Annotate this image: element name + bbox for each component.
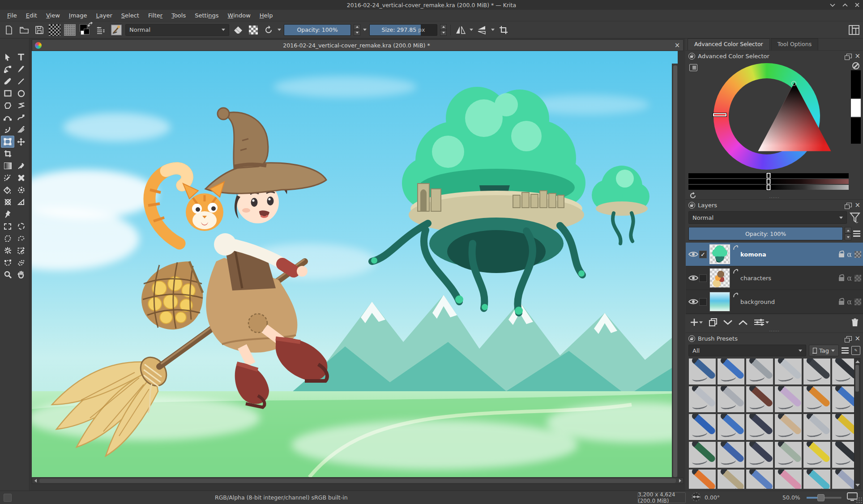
crop-tool[interactable] [1,148,14,160]
menu-tools[interactable]: Tools [167,11,190,20]
menu-image[interactable]: Image [64,11,92,20]
contiguous-select-tool[interactable] [14,244,28,256]
close-docker-icon[interactable]: × [854,53,860,60]
tag-button[interactable]: Tag [809,345,839,356]
rect-select-tool[interactable] [1,220,14,232]
color-sampler-tool[interactable] [14,160,28,172]
freehand-select-tool[interactable] [14,232,28,244]
layer-thumbnail[interactable] [709,244,730,264]
chevron-down-icon[interactable] [491,29,495,31]
no-color-icon[interactable] [852,62,859,69]
polygon-tool[interactable] [1,99,14,111]
layer-row-komona[interactable]: ✓ komona α [686,243,863,266]
close-docker-icon[interactable]: × [854,335,860,342]
alpha-lock-icon[interactable]: α [847,274,852,282]
assistants-tool[interactable] [1,196,14,208]
wrap-around-mode-icon[interactable] [497,24,510,36]
gradient-chooser-button[interactable] [48,24,61,36]
move-tool[interactable] [14,136,28,148]
opacity-spinner[interactable] [354,24,360,36]
chevron-down-icon[interactable] [470,29,473,31]
layer-properties-button[interactable] [754,319,769,326]
reference-images-tool[interactable] [1,208,14,220]
chevron-down-icon[interactable] [363,29,367,31]
color-history-swatch[interactable] [851,99,861,117]
freehand-brush-tool[interactable] [1,75,14,87]
menu-filter[interactable]: Filter [144,11,167,20]
layer-options-menu-icon[interactable] [853,231,860,237]
brush-editor-button[interactable] [95,24,107,36]
layer-visibility-icon[interactable] [688,251,699,257]
mirror-vertical-icon[interactable] [476,24,488,36]
subwindow-close-icon[interactable]: × [671,41,683,49]
menu-layer[interactable]: Layer [92,11,117,20]
tab-tool-options[interactable]: Tool Options [771,38,818,50]
float-docker-icon[interactable] [846,336,852,341]
layer-row-background[interactable]: background α [686,290,863,314]
layer-thumbnail[interactable] [709,268,730,288]
layer-checkbox[interactable] [699,274,707,282]
ellipse-tool[interactable] [14,87,28,99]
text-tool[interactable] [14,51,28,63]
menu-help[interactable]: Help [255,11,278,20]
polygon-select-tool[interactable] [1,232,14,244]
transform-tool[interactable] [1,136,14,148]
brush-preset-10[interactable] [803,386,831,413]
minimize-icon[interactable] [830,3,835,7]
color-history-swatch[interactable] [851,70,861,98]
zoom-tool[interactable] [1,269,14,281]
brush-preset-12[interactable] [688,414,716,440]
brush-preset-22[interactable] [803,441,831,468]
menu-edit[interactable]: Edit [21,11,42,20]
canvas-vertical-scrollbar[interactable] [672,64,678,477]
maximize-icon[interactable] [842,3,848,7]
sv-triangle[interactable] [756,81,833,153]
layer-lock-icon[interactable] [839,277,844,281]
preserve-alpha-button[interactable] [247,24,260,36]
zoom-value[interactable]: 50.0% [782,494,800,501]
display-mode-icon[interactable] [842,347,849,354]
preset-detail-icon[interactable]: ✎ [851,346,860,355]
advanced-color-selector[interactable]: ······ [686,61,863,199]
measure-tool[interactable] [14,196,28,208]
docker-lock-icon[interactable] [688,335,695,342]
brush-preset-21[interactable] [774,441,802,468]
layer-lock-icon[interactable] [839,301,844,305]
docker-lock-icon[interactable] [688,53,695,60]
ellipse-select-tool[interactable] [14,220,28,232]
edit-shapes-tool[interactable] [1,63,14,75]
close-icon[interactable] [855,3,859,7]
brush-preset-6[interactable] [688,386,716,413]
bezier-curve-tool[interactable] [1,111,14,124]
menu-window[interactable]: Window [223,11,255,20]
float-docker-icon[interactable] [846,54,852,58]
layer-row-characters[interactable]: characters α [686,266,863,290]
brush-preset-18[interactable] [688,441,716,468]
colorize-mask-tool[interactable] [1,172,14,184]
fg-bg-color-swatches[interactable] [79,23,92,37]
save-button[interactable] [33,24,46,36]
brush-preset-28[interactable] [803,469,831,489]
layer-visibility-icon[interactable] [688,299,699,305]
polyline-tool[interactable] [14,99,28,111]
chevron-down-icon[interactable] [278,29,281,31]
layer-visibility-icon[interactable] [688,275,699,281]
similar-color-select-tool[interactable] [1,244,14,256]
sv-marker[interactable] [791,81,796,86]
brush-preset-14[interactable] [746,414,773,440]
hue-marker[interactable] [713,113,726,116]
magnetic-select-tool[interactable] [14,256,28,269]
brush-preset-13[interactable] [717,414,745,440]
gradient-tool[interactable] [1,160,14,172]
inherit-alpha-icon[interactable] [854,275,861,282]
fill-tool[interactable] [1,184,14,196]
shade-strip[interactable] [688,185,849,190]
calligraphy-tool[interactable] [14,63,28,75]
inherit-alpha-icon[interactable] [854,251,861,258]
opacity-slider[interactable]: Opacity: 100% [284,24,351,36]
layer-opacity-slider[interactable]: Opacity: 100% [688,227,843,240]
shade-strip[interactable] [688,179,849,184]
multibrush-tool[interactable] [14,124,28,136]
scroll-right-icon[interactable] [677,478,683,483]
layer-opacity-spinner[interactable] [845,227,851,240]
